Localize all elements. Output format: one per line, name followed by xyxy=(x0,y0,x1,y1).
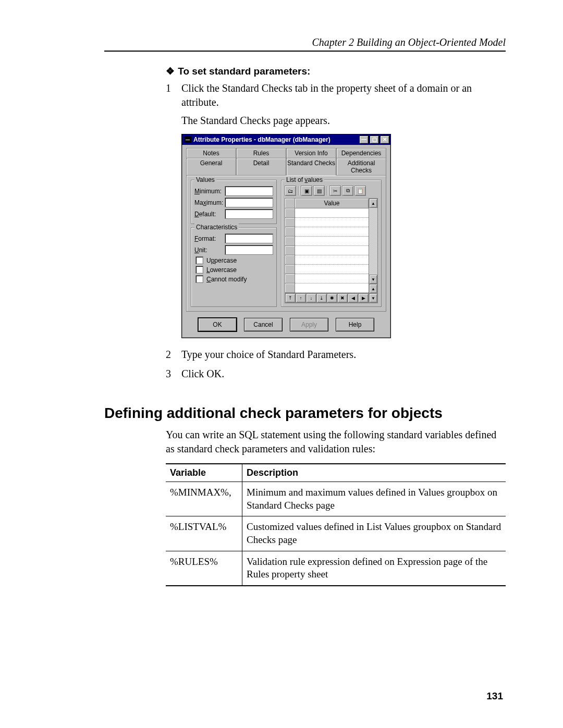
grid-cell[interactable] xyxy=(295,237,369,246)
ok-button[interactable]: OK xyxy=(198,318,237,331)
scroll-up-icon[interactable]: ▲ xyxy=(369,199,377,208)
cell-variable: %LISTVAL% xyxy=(166,516,242,551)
grid-row-header[interactable] xyxy=(285,246,295,255)
tab-body: Values Minimum: Maximum: Default: xyxy=(186,175,386,312)
nav-last-icon[interactable]: ⤓ xyxy=(316,293,327,303)
toolbar-btn-1[interactable]: 🗂 xyxy=(285,186,296,196)
tab-additional-checks[interactable]: Additional Checks xyxy=(336,158,386,175)
minimum-label: Minimum: xyxy=(194,188,225,195)
grid-cell[interactable] xyxy=(295,265,369,274)
running-header: Chapter 2 Building an Object-Oriented Mo… xyxy=(104,36,506,48)
close-icon[interactable]: ✕ xyxy=(380,135,389,144)
step-text: Type your choice of Standard Parameters. xyxy=(181,348,506,362)
dialog-titlebar: Attribute Properties - dbManager (dbMana… xyxy=(182,134,390,145)
lowercase-label: Lowercase xyxy=(206,266,237,274)
cancel-button[interactable]: Cancel xyxy=(244,318,283,331)
values-grid[interactable]: Value xyxy=(285,198,378,303)
nav-up-icon[interactable]: ↑ xyxy=(296,293,306,303)
diamond-icon: ❖ xyxy=(166,65,175,77)
grid-cell[interactable] xyxy=(295,208,369,218)
grid-cell[interactable] xyxy=(295,255,369,265)
grid-col-value[interactable]: Value xyxy=(295,199,369,208)
nav-first-icon[interactable]: ⤒ xyxy=(285,293,296,303)
unit-label: Unit: xyxy=(194,246,225,254)
scroll-bottom-icon[interactable]: ▼ xyxy=(369,293,377,303)
help-button[interactable]: Help xyxy=(336,318,374,331)
dialog-title-text: Attribute Properties - dbManager (dbMana… xyxy=(193,136,358,143)
default-input[interactable] xyxy=(225,209,273,219)
cut-icon[interactable]: ✂ xyxy=(329,186,341,196)
format-label: Format: xyxy=(194,235,225,242)
toolbar-btn-3[interactable]: ▤ xyxy=(313,186,325,196)
nav-down-icon[interactable]: ↓ xyxy=(306,293,316,303)
cell-description: Minimum and maximum values defined in Va… xyxy=(242,482,506,516)
minimize-icon[interactable]: — xyxy=(359,135,369,144)
nav-right-icon[interactable]: ▶ xyxy=(358,293,369,303)
grid-row-header[interactable] xyxy=(285,208,295,218)
nav-left-icon[interactable]: ◀ xyxy=(348,293,358,303)
characteristics-group-legend: Characteristics xyxy=(194,224,239,231)
cannot-modify-checkbox[interactable] xyxy=(195,275,203,283)
toolbar-sep xyxy=(327,186,327,195)
grid-nav: ⤒ ↑ ↓ ⤓ ✱ ✖ ◀ ▶ xyxy=(285,293,369,303)
step-item: 2 Type your choice of Standard Parameter… xyxy=(166,348,506,362)
cannot-modify-label: Cannot modify xyxy=(206,276,247,283)
maximum-input[interactable] xyxy=(225,198,273,207)
unit-input[interactable] xyxy=(225,245,273,255)
tab-detail[interactable]: Detail xyxy=(236,158,286,175)
grid-cell[interactable] xyxy=(295,246,369,255)
grid-cell[interactable] xyxy=(295,218,369,227)
grid-cell[interactable] xyxy=(295,227,369,237)
nav-add-icon[interactable]: ✱ xyxy=(327,293,337,303)
grid-cell[interactable] xyxy=(295,274,369,283)
minimum-input[interactable] xyxy=(225,186,273,196)
scroll-track[interactable] xyxy=(369,208,377,275)
grid-row-header[interactable] xyxy=(285,255,295,265)
task-heading: ❖ To set standard parameters: xyxy=(166,65,506,77)
maximize-icon[interactable]: ▢ xyxy=(370,135,379,144)
grid-row-header[interactable] xyxy=(285,265,295,274)
variables-table: Variable Description %MINMAX%, Minimum a… xyxy=(166,463,506,586)
dialog-title-icon xyxy=(184,137,191,143)
step-item: 3 Click OK. xyxy=(166,367,506,381)
header-rule xyxy=(104,51,506,52)
tab-standard-checks[interactable]: Standard Checks xyxy=(286,158,336,176)
lowercase-checkbox[interactable] xyxy=(195,266,203,274)
grid-row-header[interactable] xyxy=(285,227,295,237)
tab-general[interactable]: General xyxy=(186,158,236,175)
col-description: Description xyxy=(242,464,506,482)
tab-row-back: Notes Rules Version Info Dependencies xyxy=(186,148,386,158)
tab-version-info[interactable]: Version Info xyxy=(286,148,336,158)
uppercase-checkbox[interactable] xyxy=(195,256,203,264)
uppercase-label: Uppercase xyxy=(206,257,237,264)
tab-dependencies[interactable]: Dependencies xyxy=(336,148,386,158)
tab-notes[interactable]: Notes xyxy=(186,148,236,158)
maximum-label: Maximum: xyxy=(194,199,225,206)
step-item: 1 Click the Standard Checks tab in the p… xyxy=(166,81,506,109)
list-values-legend: List of values xyxy=(285,176,324,183)
list-toolbar: 🗂 ▣ ▤ ✂ ⧉ 📋 xyxy=(285,186,378,196)
values-group: Values Minimum: Maximum: Default: xyxy=(191,180,277,224)
dialog-button-row: OK Cancel Apply Help xyxy=(182,312,390,338)
grid-row-header[interactable] xyxy=(285,218,295,227)
characteristics-group: Characteristics Format: Unit: Uppercase … xyxy=(191,227,277,307)
step-result: The Standard Checks page appears. xyxy=(181,115,506,127)
grid-vscroll[interactable]: ▲ ▼ ▲ ▼ xyxy=(369,199,377,303)
nav-del-icon[interactable]: ✖ xyxy=(337,293,348,303)
scroll-top-icon[interactable]: ▲ xyxy=(369,284,377,293)
grid-row-header[interactable] xyxy=(285,274,295,283)
format-input[interactable] xyxy=(225,233,273,243)
toolbar-btn-2[interactable]: ▣ xyxy=(301,186,312,196)
grid-cell[interactable] xyxy=(295,283,369,293)
page-number: 131 xyxy=(486,690,503,702)
table-row: %LISTVAL% Customized values defined in L… xyxy=(166,516,506,551)
grid-row-header[interactable] xyxy=(285,237,295,246)
grid-row-header[interactable] xyxy=(285,283,295,293)
apply-button[interactable]: Apply xyxy=(290,318,328,331)
paste-icon[interactable]: 📋 xyxy=(354,186,366,196)
default-label: Default: xyxy=(194,211,225,218)
scroll-down-icon[interactable]: ▼ xyxy=(369,275,377,284)
tab-rules[interactable]: Rules xyxy=(236,148,286,158)
copy-icon[interactable]: ⧉ xyxy=(342,186,353,196)
step-text: Click the Standard Checks tab in the pro… xyxy=(181,81,506,109)
